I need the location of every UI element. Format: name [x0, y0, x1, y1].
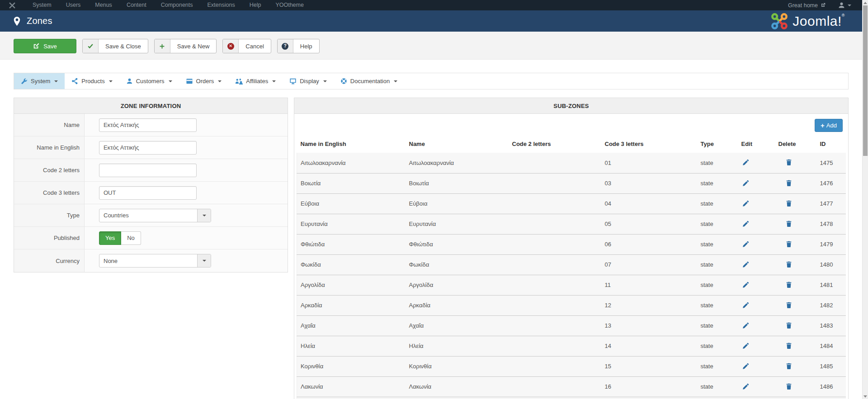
cell-code3: 07 — [601, 254, 697, 275]
toolbar: Save Save & Close Save & New ✕ Cancel ? … — [0, 32, 862, 60]
cell-delete — [775, 356, 816, 376]
edit-pencil-icon[interactable] — [741, 179, 750, 188]
scroll-down-arrow[interactable] — [863, 394, 868, 399]
tab-documentation[interactable]: Documentation — [334, 73, 404, 89]
code3-input[interactable] — [99, 186, 197, 200]
save-label: Save — [43, 43, 57, 50]
user-menu[interactable] — [838, 2, 851, 9]
save-button[interactable]: Save — [14, 39, 76, 53]
code3-label: Code 3 letters — [14, 182, 85, 204]
tab-system[interactable]: System — [14, 73, 65, 89]
delete-trash-icon[interactable] — [785, 158, 793, 167]
type-select[interactable]: Countries — [99, 209, 211, 222]
name-english-input[interactable] — [99, 141, 197, 155]
top-menu-item[interactable]: Users — [59, 0, 88, 10]
top-menu-item[interactable]: Extensions — [200, 0, 242, 10]
cell-name: Λακωνία — [406, 376, 509, 397]
delete-trash-icon[interactable] — [785, 260, 793, 269]
cell-type: state — [697, 153, 738, 173]
edit-pencil-icon[interactable] — [741, 240, 750, 249]
published-no-button[interactable]: No — [121, 231, 141, 245]
delete-trash-icon[interactable] — [785, 382, 793, 391]
delete-trash-icon[interactable] — [785, 179, 793, 188]
form-row-published: Published Yes No — [14, 227, 288, 249]
cell-edit — [738, 214, 775, 234]
tab-label: System — [31, 78, 50, 84]
cell-name: Κορινθία — [406, 356, 509, 376]
top-menu-item[interactable]: Content — [119, 0, 154, 10]
tab-customers[interactable]: Customers — [119, 73, 179, 89]
add-subzone-button[interactable]: + Add — [815, 119, 843, 132]
edit-pencil-icon[interactable] — [741, 321, 750, 330]
col-delete: Delete — [775, 135, 816, 153]
top-menu-item[interactable]: YOOtheme — [268, 0, 311, 10]
edit-pencil-icon[interactable] — [741, 301, 750, 310]
delete-trash-icon[interactable] — [785, 321, 793, 330]
name-english-label: Name in English — [14, 136, 85, 159]
cell-code3: 16 — [601, 376, 697, 397]
cell-id: 1484 — [816, 336, 846, 356]
edit-pencil-icon[interactable] — [741, 220, 750, 228]
cancel-circle-icon: ✕ — [223, 39, 239, 53]
cell-name-english: Λακωνία — [297, 376, 406, 397]
view-site-link[interactable]: Great home — [788, 2, 826, 9]
save-new-label: Save & New — [170, 39, 217, 53]
currency-select[interactable]: None — [99, 254, 211, 268]
top-menu-item[interactable]: Help — [242, 0, 269, 10]
tab-display[interactable]: Display — [283, 73, 334, 89]
edit-pencil-icon[interactable] — [741, 199, 750, 208]
edit-pencil-icon[interactable] — [741, 362, 750, 371]
cell-name: Αιτωλοακαρνανία — [406, 153, 509, 173]
tab-products[interactable]: Products — [65, 73, 119, 89]
edit-pencil-icon[interactable] — [741, 260, 750, 269]
cell-code3: 04 — [601, 193, 697, 214]
main-nav-tabs: System Products Customers Orders Affilia… — [14, 73, 849, 89]
col-name: Name — [406, 135, 509, 153]
name-input[interactable] — [99, 118, 197, 132]
delete-trash-icon[interactable] — [785, 240, 793, 249]
delete-trash-icon[interactable] — [785, 199, 793, 208]
col-code2: Code 2 letters — [509, 135, 601, 153]
published-yes-button[interactable]: Yes — [99, 231, 121, 245]
external-link-icon — [821, 3, 826, 8]
cancel-label: Cancel — [239, 39, 270, 53]
edit-pencil-icon[interactable] — [741, 342, 750, 350]
delete-trash-icon[interactable] — [785, 342, 793, 350]
top-menu-item[interactable]: System — [25, 0, 59, 10]
delete-trash-icon[interactable] — [785, 301, 793, 310]
help-button[interactable]: ? Help — [277, 39, 320, 53]
top-menu-item[interactable]: Components — [154, 0, 200, 10]
admin-top-bar: System Users Menus Content Components Ex… — [0, 0, 862, 10]
tab-orders[interactable]: Orders — [179, 73, 229, 89]
cell-edit — [738, 336, 775, 356]
cell-name: Βοιωτία — [406, 173, 509, 193]
delete-trash-icon[interactable] — [785, 281, 793, 289]
chevron-down-icon — [169, 80, 172, 82]
save-new-button[interactable]: Save & New — [154, 39, 217, 53]
help-label: Help — [293, 39, 319, 53]
tab-affiliates[interactable]: Affiliates — [228, 73, 283, 89]
edit-pencil-icon[interactable] — [741, 158, 750, 167]
cell-delete — [775, 376, 816, 397]
code2-input[interactable] — [99, 164, 197, 177]
sub-zones-rows: Αιτωλοακαρνανία Αιτωλοακαρνανία 01 state — [297, 153, 846, 399]
tab-label: Display — [300, 78, 319, 84]
delete-trash-icon[interactable] — [785, 220, 793, 228]
cell-delete — [775, 193, 816, 214]
edit-pencil-icon[interactable] — [741, 281, 750, 289]
scrollbar-thumb[interactable] — [863, 5, 868, 156]
tab-label: Documentation — [350, 78, 390, 84]
cell-id: 1487 — [816, 397, 846, 399]
cell-type: state — [697, 275, 738, 295]
save-close-label: Save & Close — [99, 39, 148, 53]
cell-edit — [738, 376, 775, 397]
delete-trash-icon[interactable] — [785, 362, 793, 371]
save-close-button[interactable]: Save & Close — [82, 39, 148, 53]
cancel-button[interactable]: ✕ Cancel — [222, 39, 271, 53]
zone-information-title: ZONE INFORMATION — [14, 98, 288, 114]
scroll-up-arrow[interactable] — [863, 0, 868, 5]
edit-pencil-icon[interactable] — [741, 382, 750, 391]
select-caret-button — [197, 254, 211, 267]
top-menu-item[interactable]: Menus — [88, 0, 119, 10]
users-icon — [235, 78, 243, 84]
